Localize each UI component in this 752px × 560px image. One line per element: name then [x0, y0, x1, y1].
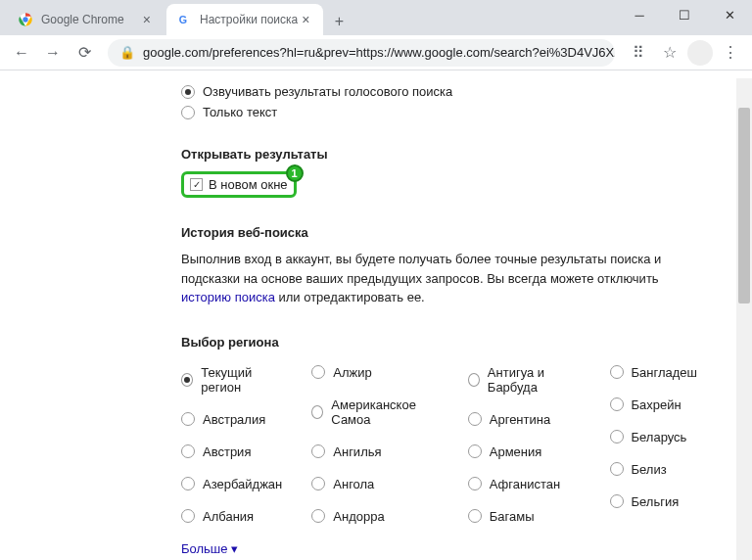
radio-icon: [181, 444, 195, 458]
highlight-checkbox: ✓ В новом окне 1: [181, 171, 297, 198]
radio-icon: [181, 85, 195, 99]
region-option[interactable]: Ангола: [311, 477, 439, 491]
region-option[interactable]: Албания: [181, 509, 282, 524]
scroll-thumb[interactable]: [738, 108, 750, 303]
radio-icon: [468, 412, 482, 426]
section-history: История веб-поиска: [181, 225, 697, 240]
svg-text:G: G: [179, 14, 187, 25]
region-option[interactable]: Алжир: [311, 365, 439, 380]
radio-icon: [468, 477, 482, 490]
toolbar: ← → ⟳ 🔒 google.com/preferences?hl=ru&pre…: [0, 35, 752, 70]
svg-point-1: [23, 17, 27, 22]
translate-icon[interactable]: ⠿: [625, 39, 652, 67]
voice-option-text[interactable]: Только текст: [181, 105, 697, 119]
new-window-checkbox[interactable]: ✓ В новом окне: [190, 177, 288, 192]
history-link[interactable]: историю поиска: [181, 290, 275, 304]
radio-icon: [468, 373, 480, 387]
radio-icon: [468, 509, 482, 523]
radio-icon: [181, 106, 195, 119]
chevron-down-icon: ▾: [231, 541, 238, 556]
menu-icon[interactable]: ⋮: [717, 39, 744, 67]
tab-label: Google Chrome: [41, 13, 124, 26]
voice-option-speak[interactable]: Озвучивать результаты голосового поиска: [181, 84, 697, 99]
maximize-button[interactable]: ☐: [662, 0, 707, 29]
annotation-badge-1: 1: [286, 164, 304, 182]
radio-icon: [181, 373, 193, 387]
tabs-bar: Google Chrome × G Настройки поиска × + ─…: [0, 0, 752, 35]
section-open-results: Открывать результаты: [181, 147, 697, 162]
window-controls: ─ ☐ ✕: [617, 0, 752, 35]
bookmark-icon[interactable]: ☆: [656, 39, 683, 67]
chrome-window: Google Chrome × G Настройки поиска × + ─…: [0, 0, 752, 560]
region-option[interactable]: Армения: [468, 444, 581, 459]
radio-label: Только текст: [203, 105, 277, 119]
close-window-button[interactable]: ✕: [707, 0, 752, 29]
profile-icon[interactable]: [687, 40, 713, 66]
lock-icon: 🔒: [119, 45, 135, 60]
region-option[interactable]: Австрия: [181, 444, 282, 459]
radio-icon: [181, 509, 195, 523]
section-region: Выбор региона: [181, 335, 697, 350]
tab-search-settings[interactable]: G Настройки поиска ×: [166, 4, 323, 35]
address-bar[interactable]: 🔒 google.com/preferences?hl=ru&prev=http…: [108, 39, 615, 67]
checkbox-icon: ✓: [190, 178, 203, 191]
minimize-button[interactable]: ─: [617, 0, 662, 29]
radio-icon: [610, 494, 624, 508]
radio-icon: [311, 365, 325, 379]
region-grid: Текущий регион Австралия Австрия Азербай…: [181, 359, 697, 530]
region-option[interactable]: Багамы: [468, 509, 581, 524]
history-description: Выполнив вход в аккаунт, вы будете получ…: [181, 250, 697, 307]
back-button[interactable]: ←: [8, 39, 35, 67]
scrollbar[interactable]: [736, 78, 752, 560]
tab-label: Настройки поиска: [200, 13, 298, 26]
close-tab-icon[interactable]: ×: [139, 12, 155, 27]
url-text: google.com/preferences?hl=ru&prev=https:…: [143, 45, 615, 60]
radio-icon: [311, 405, 323, 419]
radio-icon: [311, 509, 325, 523]
reload-button[interactable]: ⟳: [70, 39, 98, 67]
radio-icon: [311, 477, 325, 490]
region-option[interactable]: Бельгия: [610, 494, 697, 509]
radio-icon: [610, 462, 624, 476]
region-option[interactable]: Австралия: [181, 412, 282, 427]
tab-google-chrome[interactable]: Google Chrome ×: [8, 4, 164, 35]
chrome-favicon-icon: [18, 12, 33, 27]
region-option[interactable]: Беларусь: [610, 430, 697, 444]
region-option[interactable]: Аргентина: [468, 412, 581, 427]
region-option[interactable]: Бангладеш: [610, 365, 697, 380]
region-option[interactable]: Текущий регион: [181, 365, 282, 395]
radio-label: Озвучивать результаты голосового поиска: [203, 84, 452, 99]
region-option[interactable]: Ангилья: [311, 444, 439, 459]
new-tab-button[interactable]: +: [325, 8, 352, 35]
radio-icon: [311, 444, 325, 458]
region-option[interactable]: Антигуа и Барбуда: [468, 365, 581, 395]
radio-icon: [610, 397, 624, 411]
radio-icon: [610, 365, 624, 379]
region-option[interactable]: Американское Самоа: [311, 397, 439, 427]
region-option[interactable]: Азербайджан: [181, 477, 282, 491]
region-option[interactable]: Афганистан: [468, 477, 581, 491]
radio-icon: [181, 412, 195, 426]
google-favicon-icon: G: [176, 12, 192, 27]
more-regions-link[interactable]: Больше ▾: [181, 541, 238, 556]
radio-icon: [610, 430, 624, 443]
region-option[interactable]: Бахрейн: [610, 397, 697, 412]
checkbox-label: В новом окне: [209, 177, 288, 192]
close-tab-icon[interactable]: ×: [298, 12, 313, 27]
radio-icon: [181, 477, 195, 490]
radio-icon: [468, 444, 482, 458]
region-option[interactable]: Белиз: [610, 462, 697, 477]
page-content: Озвучивать результаты голосового поиска …: [0, 78, 736, 560]
region-option[interactable]: Андорра: [311, 509, 439, 524]
forward-button[interactable]: →: [39, 39, 67, 67]
